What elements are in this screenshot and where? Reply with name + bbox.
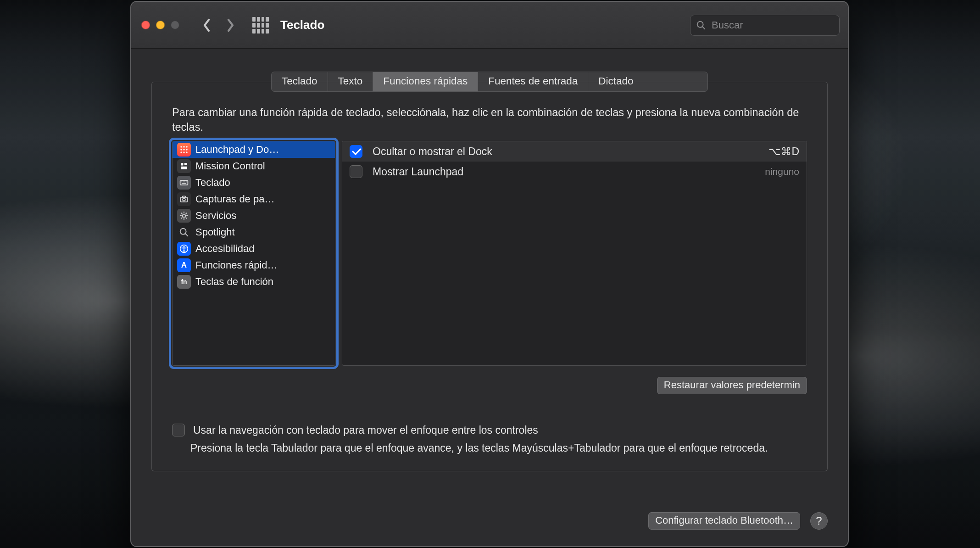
category-label: Teclado: [195, 177, 230, 189]
search-icon: [696, 20, 706, 30]
svg-point-21: [183, 198, 185, 201]
category-item-screenshots[interactable]: Capturas de pa…: [173, 191, 335, 207]
services-icon: [177, 209, 191, 223]
search-field[interactable]: [690, 15, 840, 36]
svg-line-1: [702, 26, 705, 28]
category-item-accessibility[interactable]: Accesibilidad: [173, 240, 335, 257]
svg-line-31: [186, 213, 187, 214]
tab-fuentes[interactable]: Fuentes de entrada: [478, 72, 588, 91]
category-label: Servicios: [195, 210, 236, 222]
preferences-body: TecladoTextoFunciones rápidasFuentes de …: [131, 49, 848, 491]
tab-texto[interactable]: Texto: [328, 72, 373, 91]
shortcut-list[interactable]: Ocultar o mostrar el Dock⌥⌘DMostrar Laun…: [342, 141, 807, 366]
tab-bar: TecladoTextoFunciones rápidasFuentes de …: [271, 72, 708, 92]
window-toolbar: Teclado: [131, 2, 848, 49]
category-label: Accesibilidad: [195, 243, 254, 255]
fnkeys-icon: fn: [177, 275, 191, 289]
window-footer: Configurar teclado Bluetooth… ?: [131, 512, 848, 530]
category-label: Funciones rápid…: [195, 259, 278, 271]
tab-teclado[interactable]: Teclado: [272, 72, 328, 91]
svg-rect-5: [181, 149, 182, 151]
window-title: Teclado: [280, 18, 684, 32]
shortcut-label: Mostrar Launchpad: [373, 166, 755, 178]
accessibility-icon: [177, 242, 191, 256]
bluetooth-keyboard-button[interactable]: Configurar teclado Bluetooth…: [648, 512, 800, 530]
help-button[interactable]: ?: [810, 512, 828, 530]
shortcut-key[interactable]: ⌥⌘D: [768, 145, 799, 158]
chevron-left-icon: [202, 18, 211, 32]
show-all-button[interactable]: [251, 16, 270, 35]
traffic-lights: [141, 21, 179, 29]
shortcut-row[interactable]: Ocultar o mostrar el Dock⌥⌘D: [342, 141, 807, 162]
launchpad-icon: [177, 143, 191, 157]
tab-shortcuts[interactable]: Funciones rápidas: [373, 72, 478, 91]
category-item-mission[interactable]: Mission Control: [173, 158, 335, 174]
minimize-button[interactable]: [156, 21, 165, 29]
svg-rect-7: [186, 149, 188, 151]
category-item-services[interactable]: Servicios: [173, 207, 335, 224]
category-item-spotlight[interactable]: Spotlight: [173, 224, 335, 240]
svg-rect-4: [186, 146, 188, 148]
tab-dictado[interactable]: Dictado: [588, 72, 643, 91]
svg-line-27: [181, 218, 182, 219]
svg-rect-12: [184, 163, 187, 165]
keyboard-navigation-section: Usar la navegación con teclado para move…: [172, 424, 807, 455]
svg-line-33: [185, 234, 188, 236]
shortcut-row[interactable]: Mostrar Launchpadninguno: [342, 162, 807, 182]
svg-line-25: [186, 218, 187, 219]
appshortcuts-icon: A: [177, 258, 191, 272]
svg-rect-2: [181, 146, 182, 148]
instructions-text: Para cambiar una función rápida de tecla…: [172, 106, 807, 134]
chevron-right-icon: [226, 18, 235, 32]
category-label: Spotlight: [195, 226, 235, 238]
category-list[interactable]: Launchpad y Do…Mission ControlTecladoCap…: [172, 141, 335, 366]
spotlight-icon: [177, 225, 191, 239]
keyboard-icon: [177, 176, 191, 190]
close-button[interactable]: [141, 21, 150, 29]
grid-icon: [252, 17, 269, 34]
svg-rect-8: [181, 152, 182, 153]
search-input[interactable]: [712, 19, 838, 31]
shortcut-enable-checkbox[interactable]: [350, 165, 362, 178]
category-item-fnkeys[interactable]: fnTeclas de función: [173, 274, 335, 290]
category-label: Mission Control: [195, 160, 265, 172]
svg-rect-10: [186, 152, 188, 153]
back-button[interactable]: [198, 16, 215, 34]
svg-point-35: [183, 246, 184, 248]
keyboard-navigation-label: Usar la navegación con teclado para move…: [193, 424, 538, 436]
category-item-appshortcuts[interactable]: AFunciones rápid…: [173, 257, 335, 274]
restore-defaults-button[interactable]: Restaurar valores predetermin: [657, 377, 807, 394]
category-label: Launchpad y Do…: [195, 144, 279, 156]
svg-rect-13: [181, 167, 187, 169]
category-item-launchpad[interactable]: Launchpad y Do…: [173, 141, 335, 158]
svg-rect-3: [184, 146, 185, 148]
svg-rect-9: [184, 152, 185, 153]
shortcut-key[interactable]: ninguno: [765, 166, 799, 177]
screenshots-icon: [177, 192, 191, 206]
mission-icon: [177, 159, 191, 173]
shortcut-label: Ocultar o mostrar el Dock: [373, 145, 758, 158]
category-item-keyboard[interactable]: Teclado: [173, 174, 335, 191]
shortcut-enable-checkbox[interactable]: [350, 145, 362, 158]
system-preferences-window: Teclado TecladoTextoFunciones rápidasFue…: [130, 1, 849, 547]
svg-point-23: [183, 214, 186, 218]
category-label: Capturas de pa…: [195, 193, 274, 205]
svg-line-29: [181, 213, 182, 214]
svg-rect-14: [180, 180, 188, 185]
forward-button[interactable]: [222, 16, 239, 34]
category-label: Teclas de función: [195, 276, 273, 288]
keyboard-navigation-checkbox[interactable]: [172, 424, 185, 436]
svg-rect-11: [181, 163, 183, 166]
svg-rect-6: [184, 149, 185, 151]
shortcuts-panel: Para cambiar una función rápida de tecla…: [151, 92, 828, 471]
zoom-button[interactable]: [171, 21, 179, 29]
keyboard-navigation-note: Presiona la tecla Tabulador para que el …: [190, 441, 807, 455]
